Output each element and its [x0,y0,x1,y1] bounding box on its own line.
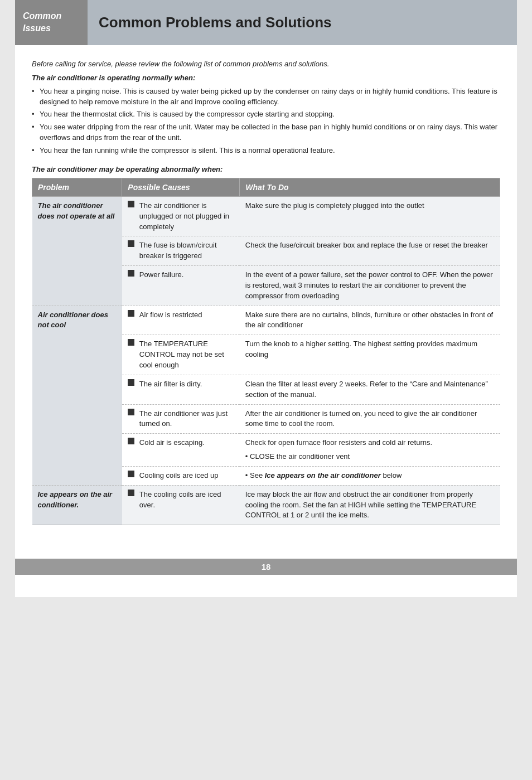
square-icon [128,471,134,477]
what-escape-part2: • CLOSE the air conditioner vent [245,452,495,462]
header-common: Common [23,10,80,22]
abnormal-heading: The air conditioner may be operating abn… [32,165,500,173]
cause-temp: The TEMPERATURE CONTROL may not be set c… [122,335,240,375]
square-icon [128,270,134,277]
normal-heading: The air conditioner is operating normall… [32,74,500,82]
problem-ice: Ice appears on the air conditioner. [32,485,122,525]
header-right: Common Problems and Solutions [88,0,517,45]
intro-text: Before calling for service, please revie… [32,60,500,68]
what-power: In the event of a power failure, set the… [240,266,500,306]
what-turnedon: After the air conditioner is turned on, … [240,404,500,434]
header-issues: Issues [23,22,80,35]
problem-no-cool: Air conditioner does not cool [32,306,122,485]
square-icon [128,409,134,415]
square-icon [128,310,134,317]
what-escape-part1: Check for open furnace floor resisters a… [245,438,495,448]
table-row: The air conditioner does not operate at … [32,196,500,236]
bullet-4: You hear the fan running while the compr… [32,146,500,156]
what-airflow: Make sure there are no curtains, blinds,… [240,306,500,335]
page: Common Issues Common Problems and Soluti… [15,0,517,597]
what-filter: Clean the filter at least every 2 weeks.… [240,375,500,404]
bullet-1: You hear a pinging noise. This is caused… [32,86,500,108]
col-causes: Possible Causes [122,178,240,196]
bullet-2: You hear the thermostat click. This is c… [32,109,500,120]
header-left-label: Common Issues [15,0,88,45]
cause-iced-up: Cooling coils are iced up [122,466,240,485]
cause-unplugged: The air conditioner is unplugged or not … [122,196,240,236]
what-unplugged: Make sure the plug is completely plugged… [240,196,500,236]
page-number: 18 [15,559,517,575]
table-row: Air conditioner does not cool Air flow i… [32,306,500,335]
bullet-3: You see water dripping from the rear of … [32,122,500,143]
square-icon [128,339,134,346]
ice-link-text: Ice appears on the air conditioner [265,471,381,479]
page-header: Common Issues Common Problems and Soluti… [15,0,517,45]
what-fuse: Check the fuse/circuit breaker box and r… [240,236,500,266]
col-problem: Problem [32,178,122,196]
what-escape: Check for open furnace floor resisters a… [240,434,500,467]
page-title: Common Problems and Solutions [99,14,331,31]
what-temp: Turn the knob to a higher setting. The h… [240,335,500,375]
col-what: What To Do [240,178,500,196]
cause-fuse: The fuse is blown/circuit breaker is tri… [122,236,240,266]
square-icon [128,379,134,386]
body-content: Before calling for service, please revie… [15,54,517,548]
table-row: Ice appears on the air conditioner. The … [32,485,500,525]
table-header-row: Problem Possible Causes What To Do [32,178,500,196]
square-icon [128,490,134,496]
cause-power: Power failure. [122,266,240,306]
problems-table: Problem Possible Causes What To Do The a… [32,178,500,525]
square-icon [128,438,134,444]
square-icon [128,201,134,207]
cause-filter: The air filter is dirty. [122,375,240,404]
what-iced-up: • See Ice appears on the air conditioner… [240,466,500,485]
problem-no-operate: The air conditioner does not operate at … [32,196,122,306]
cause-ice: The cooling coils are iced over. [122,485,240,525]
normal-bullets: You hear a pinging noise. This is caused… [32,86,500,156]
square-icon [128,240,134,247]
cause-escape: Cold air is escaping. [122,434,240,467]
cause-airflow: Air flow is restricted [122,306,240,335]
cause-turnedon: The air conditioner was just turned on. [122,404,240,434]
what-ice: Ice may block the air flow and obstruct … [240,485,500,525]
